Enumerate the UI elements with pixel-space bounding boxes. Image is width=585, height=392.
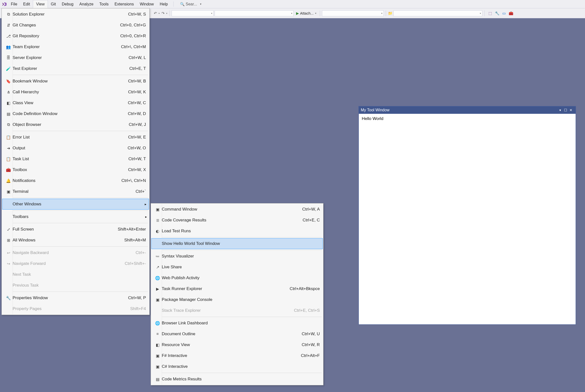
view-menu-item-shortcut: Ctrl+W, E (128, 135, 146, 140)
view-menu-item[interactable]: ⎇Git RepositoryCtrl+0, Ctrl+R (2, 30, 149, 42)
other-windows-item[interactable]: 🌐Web Publish Activity (151, 272, 323, 284)
other-windows-item-label: Code Coverage Results (162, 218, 303, 223)
view-menu-item[interactable]: 📋Task ListCtrl+W, T (2, 154, 149, 164)
view-menu-item[interactable]: ▤Code Definition WindowCtrl+W, D (2, 108, 149, 119)
view-menu-item-icon: 🧪 (4, 66, 13, 71)
view-menu-item[interactable]: Toolbars (2, 211, 149, 222)
view-menu-item-label: Bookmark Window (13, 79, 128, 84)
view-menu-item[interactable]: 🔔NotificationsCtrl+\, Ctrl+N (2, 175, 149, 186)
view-menu-item[interactable]: 👥Team ExplorerCtrl+\, Ctrl+M (2, 42, 149, 52)
view-menu-item[interactable]: 🔧Properties WindowCtrl+W, P (2, 292, 149, 304)
view-menu-item-label: Task List (13, 156, 128, 162)
other-windows-item[interactable]: ≔Syntax Visualizer (151, 251, 323, 262)
other-windows-item-shortcut: Ctrl+Alt+Bkspce (290, 286, 320, 291)
view-menu-item-shortcut: Ctrl+E, T (129, 66, 146, 71)
view-menu-item[interactable]: ⤢Full ScreenShift+Alt+Enter (2, 224, 149, 235)
other-windows-item[interactable]: ▣Command WindowCtrl+W, A (151, 204, 323, 215)
other-windows-item[interactable]: ≡Document OutlineCtrl+W, U (151, 328, 323, 340)
other-windows-separator (162, 237, 322, 238)
other-windows-item[interactable]: ▣F# InteractiveCtrl+Alt+F (151, 350, 323, 361)
view-menu-item[interactable]: 🧰ToolboxCtrl+W, X (2, 164, 149, 175)
other-windows-item[interactable]: 🌐Browser Link Dashboard (151, 318, 323, 328)
view-menu-item-label: Navigate Backward (13, 250, 136, 255)
startup-project-dropdown[interactable]: ▾ (322, 10, 384, 16)
view-menu-item-shortcut: Ctrl+W, O (128, 146, 146, 150)
view-menu-item-icon: 👥 (4, 45, 13, 49)
other-windows-separator (162, 317, 322, 317)
search-box[interactable]: 🔍 Sear... ▾ (180, 0, 202, 8)
other-windows-item[interactable]: ▶Task Runner ExplorerCtrl+Alt+Bkspce (151, 284, 323, 294)
wrench-icon[interactable]: 🔧 (495, 11, 499, 16)
window-icon[interactable]: ▭ (502, 11, 506, 16)
other-windows-item-icon: ≣ (153, 218, 162, 223)
other-windows-item-shortcut: Ctrl+W, A (302, 207, 320, 212)
solution-platform-dropdown[interactable]: ▾ (215, 10, 294, 16)
other-windows-item[interactable]: ◧Resource ViewCtrl+W, R (151, 340, 323, 350)
view-menu-item: Previous Task (2, 280, 149, 291)
chevron-down-icon: ▾ (200, 2, 202, 6)
undo-icon[interactable]: ↶ (153, 11, 158, 16)
toolbar-separator (320, 10, 320, 16)
view-menu-item-shortcut: Ctrl+W, L (129, 55, 146, 60)
other-windows-item[interactable]: ↗Live Share (151, 262, 323, 272)
menu-extensions[interactable]: Extensions (112, 0, 137, 8)
redo-icon[interactable]: ↷ (161, 11, 165, 16)
view-menu-item-icon: ⧉ (4, 122, 13, 127)
view-menu-item[interactable]: ◧Class ViewCtrl+W, C (2, 98, 149, 108)
view-menu-item-icon: 🔧 (4, 296, 13, 300)
other-windows-item-label: F# Interactive (162, 353, 301, 358)
view-menu-item-label: Properties Window (13, 296, 128, 300)
other-windows-item-shortcut: Ctrl+E, Ctrl+S (294, 308, 320, 313)
live-share-icon[interactable]: ⬚ (488, 11, 492, 16)
other-windows-item-icon: ◐ (153, 229, 162, 234)
view-menu-item[interactable]: ⧉Object BrowserCtrl+W, J (2, 119, 149, 130)
solution-config-dropdown[interactable]: ▾ (172, 10, 214, 16)
folder-icon[interactable]: 📁 (388, 11, 392, 16)
other-windows-item-label: Load Test Runs (162, 228, 320, 234)
other-windows-item[interactable]: Show Hello World Tool Window (151, 238, 323, 249)
vs-logo-icon (1, 0, 8, 8)
menu-view[interactable]: View (33, 0, 48, 8)
other-windows-item[interactable]: ▣Package Manager Console (151, 294, 323, 305)
window-menu-icon[interactable]: ▾ (557, 108, 563, 112)
toolbox-icon[interactable]: 🧰 (509, 11, 513, 16)
menu-edit[interactable]: Edit (20, 0, 33, 8)
other-windows-item-label: Command Window (162, 207, 302, 212)
other-windows-item[interactable]: ▣C# Interactive (151, 361, 323, 372)
view-menu-item-label: Git Repository (13, 34, 120, 38)
find-dropdown[interactable]: ▾ (393, 10, 482, 16)
other-windows-item[interactable]: ▤Code Metrics Results (151, 374, 323, 384)
view-menu-item[interactable]: 📋Error ListCtrl+W, E (2, 132, 149, 143)
view-menu-item[interactable]: 🔖Bookmark WindowCtrl+W, B (2, 76, 149, 87)
menu-window[interactable]: Window (137, 0, 157, 8)
other-windows-item[interactable]: ≣Code Coverage ResultsCtrl+E, C (151, 215, 323, 226)
view-menu-item-label: Next Task (13, 272, 146, 277)
view-menu-item[interactable]: 🧪Test ExplorerCtrl+E, T (2, 63, 149, 74)
view-menu-item[interactable]: ⋔Call HierarchyCtrl+W, K (2, 87, 149, 98)
view-menu-item[interactable]: ⧉Solution ExplorerCtrl+W, S (2, 9, 149, 20)
view-menu-item[interactable]: ▣TerminalCtrl+` (2, 186, 149, 197)
menu-file[interactable]: File (8, 0, 20, 8)
view-menu-item[interactable]: 🗄Server ExplorerCtrl+W, L (2, 52, 149, 63)
view-menu-item[interactable]: ➜OutputCtrl+W, O (2, 143, 149, 154)
menu-tools[interactable]: Tools (96, 0, 111, 8)
view-menu-item[interactable]: ⇵Git ChangesCtrl+0, Ctrl+G (2, 20, 149, 30)
window-close-icon[interactable]: ✕ (568, 108, 574, 112)
other-windows-item-label: Browser Link Dashboard (162, 321, 320, 326)
view-menu-item[interactable]: ⊞All WindowsShift+Alt+M (2, 235, 149, 246)
other-windows-submenu: ▣Command WindowCtrl+W, A≣Code Coverage R… (151, 203, 323, 385)
menu-debug[interactable]: Debug (59, 0, 76, 8)
other-windows-item-label: Code Metrics Results (162, 377, 320, 382)
view-menu-item-icon: ⊞ (4, 238, 13, 243)
menu-git[interactable]: Git (48, 0, 59, 8)
menu-help[interactable]: Help (157, 0, 171, 8)
view-menu-item[interactable]: Other Windows (2, 199, 149, 210)
view-menu-item-icon: 🔖 (4, 79, 13, 84)
other-windows-item[interactable]: ◐Load Test Runs (151, 226, 323, 236)
tool-window-titlebar[interactable]: My Tool Window ▾ ☐ ✕ (359, 106, 575, 114)
view-menu-item-label: Other Windows (13, 202, 146, 206)
menu-analyze[interactable]: Analyze (76, 0, 96, 8)
other-windows-item-icon: ▣ (153, 364, 162, 369)
attach-button[interactable]: ▶ Attach... ▾ (295, 11, 318, 16)
window-maximize-icon[interactable]: ☐ (563, 108, 568, 112)
